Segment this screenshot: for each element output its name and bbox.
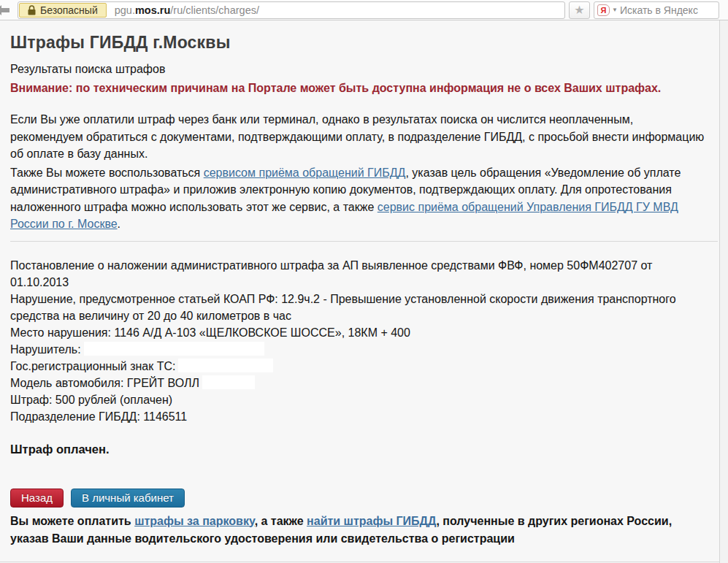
appeal-note-text-3: . (118, 218, 120, 230)
search-input[interactable] (620, 4, 708, 16)
find-gibdd-fines-link[interactable]: найти штрафы ГИБДД (307, 515, 436, 527)
lock-icon (28, 5, 36, 15)
fine-division: Подразделение ГИБДД: 1146511 (10, 408, 705, 425)
address-bar[interactable]: Безопасный pgu.mos.ru/ru/clients/charges… (18, 1, 565, 19)
fine-status: Штраф оплачен. (10, 443, 706, 456)
url-prefix: pgu. (115, 4, 135, 16)
star-icon: ★ (574, 4, 584, 16)
fine-details: Постановление о наложении административн… (10, 257, 705, 425)
page-content: Штрафы ГИБДД г.Москвы Результаты поиска … (0, 20, 728, 548)
browser-toolbar: Безопасный pgu.mos.ru/ru/clients/charges… (0, 0, 728, 20)
url-domain: mos.ru (135, 4, 170, 16)
yandex-icon: Я (597, 4, 610, 16)
fine-car-model: Модель автомобиля: ГРЕЙТ ВОЛЛ (10, 377, 199, 389)
fine-reg-plate-row: Гос.регистрационный знак ТС: (10, 358, 705, 375)
bottom-edge-divider (0, 562, 728, 562)
fine-offender-label: Нарушитель: (10, 343, 81, 356)
fine-reg-plate-label: Гос.регистрационный знак ТС: (10, 360, 175, 372)
parking-fines-link[interactable]: штрафы за парковку (134, 515, 254, 527)
payment-note-text: Если Вы уже оплатили штраф через банк ил… (10, 113, 704, 160)
warning-text: Внимание: по техническим причинам на Пор… (10, 80, 671, 96)
fine-offender-row: Нарушитель: (10, 341, 705, 358)
fine-location: Место нарушения: 1146 А/Д А-103 «ЩЕЛКОВС… (10, 324, 705, 341)
chevron-down-icon[interactable]: ▼ (612, 7, 618, 13)
section-divider (10, 241, 718, 242)
fine-amount: Штраф: 500 рублей (оплачен) (10, 391, 705, 408)
footer-text-1: Вы можете оплатить (10, 515, 134, 527)
yandex-search-box[interactable]: Я ▼ (594, 1, 719, 19)
redacted-offender-value (84, 342, 264, 356)
gibdd-service-link[interactable]: сервисом приёма обращений ГИБДД (204, 166, 406, 179)
redacted-model-value (202, 375, 255, 389)
security-badge[interactable]: Безопасный (19, 3, 107, 18)
results-subtitle: Результаты поиска штрафов (10, 62, 706, 77)
footer-note-paragraph: Вы можете оплатить штрафы за парковку, а… (10, 513, 705, 548)
url-path: /ru/clients/charges/ (170, 4, 259, 16)
appeal-note-paragraph: Также Вы можете воспользоваться сервисом… (10, 164, 705, 233)
fine-violation: Нарушение, предусмотренное статьей КОАП … (10, 291, 705, 324)
personal-cabinet-button[interactable]: В личный кабинет (71, 489, 185, 508)
payment-note-paragraph: Если Вы уже оплатили штраф через банк ил… (10, 111, 705, 163)
footer-text-2: , а также (255, 515, 307, 527)
url-text: pgu.mos.ru/ru/clients/charges/ (107, 4, 259, 16)
action-buttons: Назад В личный кабинет (10, 489, 706, 508)
page-title: Штрафы ГИБДД г.Москвы (10, 33, 706, 53)
redacted-plate-value (178, 359, 273, 372)
bookmark-star-button[interactable]: ★ (569, 1, 590, 19)
back-button[interactable]: Назад (10, 489, 64, 508)
fine-resolution: Постановление о наложении административн… (10, 257, 705, 291)
scrollbar[interactable] (719, 20, 728, 563)
appeal-note-text-1: Также Вы можете воспользоваться (10, 166, 204, 179)
fine-car-model-row: Модель автомобиля: ГРЕЙТ ВОЛЛ (10, 375, 705, 391)
security-badge-label: Безопасный (40, 4, 98, 16)
back-arrow-icon[interactable] (0, 4, 10, 16)
